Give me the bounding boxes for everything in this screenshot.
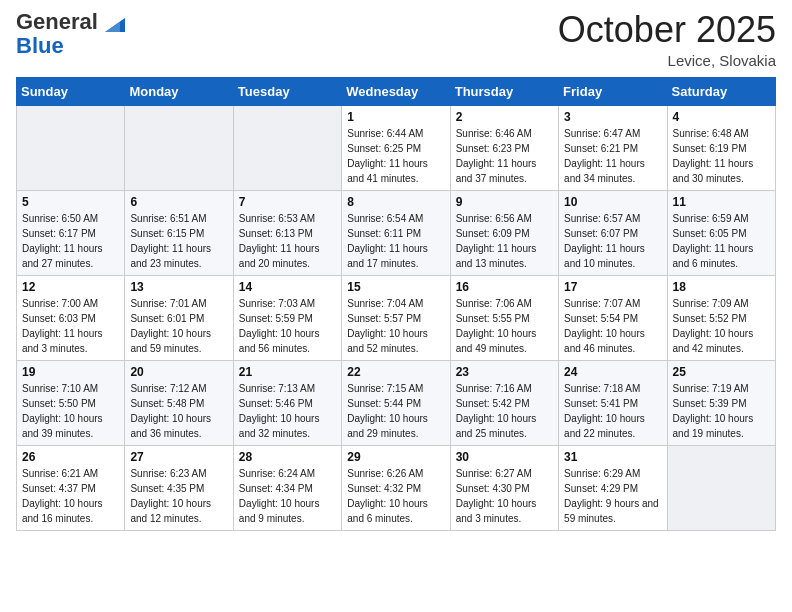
calendar-day-cell: 30Sunrise: 6:27 AMSunset: 4:30 PMDayligh…	[450, 445, 558, 530]
day-number: 23	[456, 365, 553, 379]
calendar-day-cell: 28Sunrise: 6:24 AMSunset: 4:34 PMDayligh…	[233, 445, 341, 530]
day-number: 19	[22, 365, 119, 379]
logo-general: General	[16, 9, 98, 34]
location: Levice, Slovakia	[558, 52, 776, 69]
day-info: Sunrise: 6:23 AMSunset: 4:35 PMDaylight:…	[130, 466, 227, 526]
calendar-table: SundayMondayTuesdayWednesdayThursdayFrid…	[16, 77, 776, 531]
calendar-day-cell: 14Sunrise: 7:03 AMSunset: 5:59 PMDayligh…	[233, 275, 341, 360]
calendar-day-cell: 20Sunrise: 7:12 AMSunset: 5:48 PMDayligh…	[125, 360, 233, 445]
day-number: 1	[347, 110, 444, 124]
calendar-day-cell: 13Sunrise: 7:01 AMSunset: 6:01 PMDayligh…	[125, 275, 233, 360]
day-info: Sunrise: 6:24 AMSunset: 4:34 PMDaylight:…	[239, 466, 336, 526]
header: General Blue October 2025 Levice, Slovak…	[16, 10, 776, 69]
calendar-week-row: 5Sunrise: 6:50 AMSunset: 6:17 PMDaylight…	[17, 190, 776, 275]
day-info: Sunrise: 6:44 AMSunset: 6:25 PMDaylight:…	[347, 126, 444, 186]
title-block: October 2025 Levice, Slovakia	[558, 10, 776, 69]
day-info: Sunrise: 6:53 AMSunset: 6:13 PMDaylight:…	[239, 211, 336, 271]
calendar-day-cell: 23Sunrise: 7:16 AMSunset: 5:42 PMDayligh…	[450, 360, 558, 445]
calendar-day-cell	[17, 105, 125, 190]
day-info: Sunrise: 7:15 AMSunset: 5:44 PMDaylight:…	[347, 381, 444, 441]
calendar-body: 1Sunrise: 6:44 AMSunset: 6:25 PMDaylight…	[17, 105, 776, 530]
calendar-day-cell: 27Sunrise: 6:23 AMSunset: 4:35 PMDayligh…	[125, 445, 233, 530]
calendar-day-cell: 31Sunrise: 6:29 AMSunset: 4:29 PMDayligh…	[559, 445, 667, 530]
day-number: 2	[456, 110, 553, 124]
day-number: 13	[130, 280, 227, 294]
day-number: 15	[347, 280, 444, 294]
page: General Blue October 2025 Levice, Slovak…	[0, 0, 792, 547]
day-number: 9	[456, 195, 553, 209]
calendar-day-cell: 16Sunrise: 7:06 AMSunset: 5:55 PMDayligh…	[450, 275, 558, 360]
calendar-day-cell: 9Sunrise: 6:56 AMSunset: 6:09 PMDaylight…	[450, 190, 558, 275]
svg-marker-1	[105, 22, 120, 32]
day-info: Sunrise: 6:56 AMSunset: 6:09 PMDaylight:…	[456, 211, 553, 271]
calendar-day-cell	[667, 445, 775, 530]
day-info: Sunrise: 7:04 AMSunset: 5:57 PMDaylight:…	[347, 296, 444, 356]
weekday-header: Saturday	[667, 77, 775, 105]
day-number: 3	[564, 110, 661, 124]
calendar-day-cell: 12Sunrise: 7:00 AMSunset: 6:03 PMDayligh…	[17, 275, 125, 360]
day-number: 4	[673, 110, 770, 124]
calendar-day-cell	[233, 105, 341, 190]
day-info: Sunrise: 7:16 AMSunset: 5:42 PMDaylight:…	[456, 381, 553, 441]
weekday-header: Sunday	[17, 77, 125, 105]
day-info: Sunrise: 7:09 AMSunset: 5:52 PMDaylight:…	[673, 296, 770, 356]
day-info: Sunrise: 7:13 AMSunset: 5:46 PMDaylight:…	[239, 381, 336, 441]
calendar-day-cell: 7Sunrise: 6:53 AMSunset: 6:13 PMDaylight…	[233, 190, 341, 275]
day-info: Sunrise: 6:26 AMSunset: 4:32 PMDaylight:…	[347, 466, 444, 526]
calendar-day-cell: 5Sunrise: 6:50 AMSunset: 6:17 PMDaylight…	[17, 190, 125, 275]
calendar-week-row: 19Sunrise: 7:10 AMSunset: 5:50 PMDayligh…	[17, 360, 776, 445]
weekday-header: Tuesday	[233, 77, 341, 105]
month-title: October 2025	[558, 10, 776, 50]
calendar-day-cell: 6Sunrise: 6:51 AMSunset: 6:15 PMDaylight…	[125, 190, 233, 275]
day-info: Sunrise: 7:10 AMSunset: 5:50 PMDaylight:…	[22, 381, 119, 441]
day-number: 22	[347, 365, 444, 379]
calendar-header: SundayMondayTuesdayWednesdayThursdayFrid…	[17, 77, 776, 105]
day-number: 24	[564, 365, 661, 379]
calendar-day-cell	[125, 105, 233, 190]
calendar-day-cell: 3Sunrise: 6:47 AMSunset: 6:21 PMDaylight…	[559, 105, 667, 190]
day-info: Sunrise: 7:06 AMSunset: 5:55 PMDaylight:…	[456, 296, 553, 356]
day-number: 5	[22, 195, 119, 209]
day-number: 26	[22, 450, 119, 464]
day-info: Sunrise: 7:01 AMSunset: 6:01 PMDaylight:…	[130, 296, 227, 356]
calendar-day-cell: 26Sunrise: 6:21 AMSunset: 4:37 PMDayligh…	[17, 445, 125, 530]
calendar-day-cell: 17Sunrise: 7:07 AMSunset: 5:54 PMDayligh…	[559, 275, 667, 360]
calendar-day-cell: 10Sunrise: 6:57 AMSunset: 6:07 PMDayligh…	[559, 190, 667, 275]
weekday-row: SundayMondayTuesdayWednesdayThursdayFrid…	[17, 77, 776, 105]
calendar-day-cell: 21Sunrise: 7:13 AMSunset: 5:46 PMDayligh…	[233, 360, 341, 445]
calendar-day-cell: 15Sunrise: 7:04 AMSunset: 5:57 PMDayligh…	[342, 275, 450, 360]
day-info: Sunrise: 6:48 AMSunset: 6:19 PMDaylight:…	[673, 126, 770, 186]
calendar-week-row: 1Sunrise: 6:44 AMSunset: 6:25 PMDaylight…	[17, 105, 776, 190]
day-info: Sunrise: 6:27 AMSunset: 4:30 PMDaylight:…	[456, 466, 553, 526]
day-number: 14	[239, 280, 336, 294]
calendar-day-cell: 4Sunrise: 6:48 AMSunset: 6:19 PMDaylight…	[667, 105, 775, 190]
weekday-header: Wednesday	[342, 77, 450, 105]
calendar-day-cell: 2Sunrise: 6:46 AMSunset: 6:23 PMDaylight…	[450, 105, 558, 190]
calendar-day-cell: 22Sunrise: 7:15 AMSunset: 5:44 PMDayligh…	[342, 360, 450, 445]
day-info: Sunrise: 7:12 AMSunset: 5:48 PMDaylight:…	[130, 381, 227, 441]
weekday-header: Thursday	[450, 77, 558, 105]
day-info: Sunrise: 6:54 AMSunset: 6:11 PMDaylight:…	[347, 211, 444, 271]
day-info: Sunrise: 6:51 AMSunset: 6:15 PMDaylight:…	[130, 211, 227, 271]
day-number: 27	[130, 450, 227, 464]
day-info: Sunrise: 6:21 AMSunset: 4:37 PMDaylight:…	[22, 466, 119, 526]
day-info: Sunrise: 6:57 AMSunset: 6:07 PMDaylight:…	[564, 211, 661, 271]
logo: General Blue	[16, 10, 130, 58]
calendar-day-cell: 24Sunrise: 7:18 AMSunset: 5:41 PMDayligh…	[559, 360, 667, 445]
calendar-day-cell: 8Sunrise: 6:54 AMSunset: 6:11 PMDaylight…	[342, 190, 450, 275]
day-info: Sunrise: 6:47 AMSunset: 6:21 PMDaylight:…	[564, 126, 661, 186]
calendar-day-cell: 25Sunrise: 7:19 AMSunset: 5:39 PMDayligh…	[667, 360, 775, 445]
day-info: Sunrise: 7:03 AMSunset: 5:59 PMDaylight:…	[239, 296, 336, 356]
calendar-week-row: 26Sunrise: 6:21 AMSunset: 4:37 PMDayligh…	[17, 445, 776, 530]
day-info: Sunrise: 7:19 AMSunset: 5:39 PMDaylight:…	[673, 381, 770, 441]
logo-blue: Blue	[16, 33, 64, 58]
day-info: Sunrise: 7:07 AMSunset: 5:54 PMDaylight:…	[564, 296, 661, 356]
day-info: Sunrise: 6:29 AMSunset: 4:29 PMDaylight:…	[564, 466, 661, 526]
day-number: 28	[239, 450, 336, 464]
day-number: 20	[130, 365, 227, 379]
day-number: 11	[673, 195, 770, 209]
day-number: 29	[347, 450, 444, 464]
day-number: 12	[22, 280, 119, 294]
logo-icon	[100, 14, 130, 36]
day-info: Sunrise: 7:18 AMSunset: 5:41 PMDaylight:…	[564, 381, 661, 441]
